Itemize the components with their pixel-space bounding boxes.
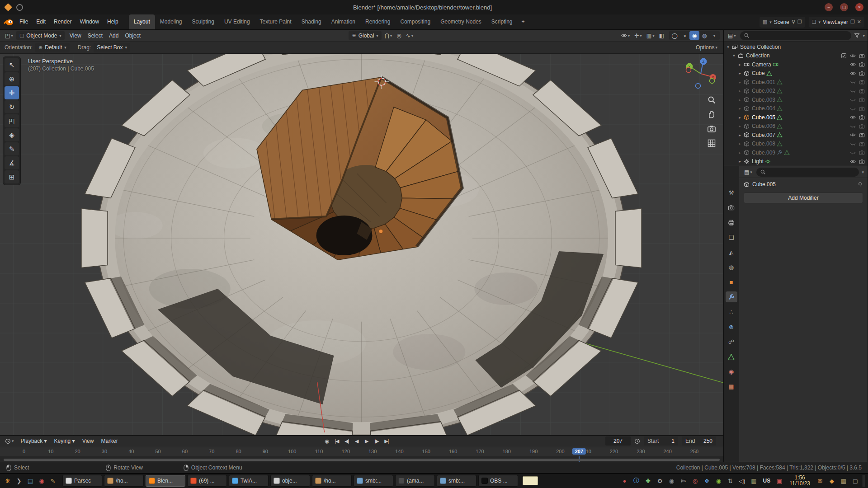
task-button-obs[interactable]: OBS ... [478, 475, 518, 487]
app-orange-tray-icon[interactable]: ◆ [827, 478, 836, 484]
launcher-editor[interactable]: ✎ [48, 476, 58, 486]
workspace-tab-animation[interactable]: Animation [326, 14, 360, 29]
clock[interactable]: 1:5611/10/23 [787, 475, 813, 487]
outliner-row-cube-007[interactable]: ▸Cube.007 [724, 131, 868, 140]
task-button-ama[interactable]: (ama... [395, 475, 435, 487]
disclosure-icon[interactable]: ▸ [737, 80, 742, 84]
timeline-scrub-area[interactable] [0, 456, 723, 462]
properties-tab-modifiers[interactable] [726, 291, 737, 302]
shading-rendered-button[interactable]: ◍ [699, 31, 709, 40]
jump-to-start-button[interactable]: |◀ [332, 436, 341, 446]
security-tray-icon[interactable]: ✚ [644, 478, 653, 484]
disclosure-icon[interactable]: ▸ [737, 89, 742, 93]
tool-transform-button[interactable]: ◈ [5, 128, 19, 141]
workspace-tab-scripting[interactable]: Scripting [486, 14, 518, 29]
zoom-icon[interactable] [707, 95, 716, 104]
record-button[interactable]: ◉ [322, 436, 331, 446]
workspace-tab-shading[interactable]: Shading [297, 14, 326, 29]
workspace-tab-uv-editing[interactable]: UV Editing [219, 14, 255, 29]
workspace-tab-modeling[interactable]: Modeling [155, 14, 187, 29]
properties-tab-physics[interactable]: ⊚ [726, 321, 737, 332]
visibility-toggles[interactable] [850, 114, 865, 120]
menu-window[interactable]: Window [75, 14, 103, 29]
screenshot-tray-icon[interactable]: ✄ [679, 478, 688, 484]
outliner-row-cube[interactable]: ▸Cube [724, 69, 868, 78]
disclosure-icon[interactable]: ▸ [737, 150, 742, 155]
visibility-toggles[interactable] [850, 88, 865, 94]
window-menu-icon[interactable] [16, 4, 23, 11]
viewlayer-browse-icon[interactable]: ❏ [812, 19, 816, 25]
keyboard-layout-indicator[interactable]: US [761, 478, 773, 484]
visibility-toggles[interactable] [850, 106, 865, 112]
properties-tab-data[interactable] [726, 351, 737, 362]
properties-options-dropdown[interactable]: ▾ [862, 170, 864, 174]
add-modifier-button[interactable]: Add Modifier [744, 192, 863, 203]
disclosure-icon[interactable]: ▸ [737, 106, 742, 111]
outliner-row-light[interactable]: ▸Light [724, 157, 868, 166]
outliner-row-cube-001[interactable]: ▸Cube.001 [724, 78, 868, 87]
gizmo-y-neg-axis[interactable] [710, 79, 715, 84]
remove-icon[interactable]: ✕ [857, 19, 861, 25]
properties-tab-particles[interactable]: ∴ [726, 306, 737, 317]
timeline-menu-keying[interactable]: Keying ▾ [51, 438, 79, 444]
alert-tray-icon[interactable]: ▣ [775, 478, 784, 484]
bluetooth-tray-icon[interactable]: ❖ [703, 478, 712, 484]
task-button-twia[interactable]: TwiA... [229, 475, 269, 487]
outliner-row-scene-collection[interactable]: ▾Scene Collection [724, 42, 868, 52]
outliner-row-collection[interactable]: ▾Collection [724, 52, 868, 61]
orientation-setting-dropdown[interactable]: ⊕ Default ▾ [35, 43, 70, 52]
show-desktop-button[interactable] [863, 475, 865, 487]
snap-magnet-icon[interactable]: ⋂▾ [383, 33, 393, 39]
outliner-row-camera[interactable]: ▸Camera [724, 60, 868, 69]
viewport-menu-select[interactable]: Select [85, 33, 106, 39]
properties-tab-tool[interactable]: ⚒ [726, 187, 737, 198]
current-frame-field[interactable]: 207 [605, 436, 631, 446]
menu-file[interactable]: File [15, 14, 32, 29]
shading-material-button[interactable]: ◉ [689, 31, 699, 40]
workspace-tab-layout[interactable]: Layout [129, 14, 155, 29]
filter-icon[interactable] [854, 33, 860, 38]
visibility-toggles[interactable] [841, 53, 865, 59]
steam-tray-icon[interactable]: ◉ [667, 478, 676, 484]
properties-tab-output[interactable] [726, 217, 737, 228]
outliner-search-input[interactable] [740, 31, 852, 40]
launcher-terminal[interactable]: ❯ [14, 476, 24, 486]
options-dropdown[interactable]: Options▾ [694, 44, 719, 51]
settings-tray-icon[interactable]: ⚙ [656, 478, 665, 484]
task-button-obje[interactable]: obje... [270, 475, 310, 487]
mode-dropdown[interactable]: ▢ Object Mode ▾ [16, 31, 65, 40]
camera-view-icon[interactable] [707, 124, 716, 133]
task-button-ho[interactable]: /ho... [104, 475, 144, 487]
frame-end-field[interactable]: End 250 [682, 436, 716, 446]
timeline-scrollbar[interactable] [4, 459, 720, 461]
visibility-toggles[interactable] [850, 79, 865, 85]
properties-tab-texture[interactable]: ▦ [726, 381, 737, 392]
status-badge-tray-icon[interactable]: ● [620, 478, 629, 484]
viewport-3d[interactable]: User Perspective (207) Collection | Cube… [0, 54, 723, 435]
tool-annotate-button[interactable]: ✎ [5, 142, 19, 155]
task-button-69[interactable]: (69) ... [187, 475, 227, 487]
add-workspace-button[interactable]: + [518, 14, 529, 29]
properties-search-input[interactable] [756, 168, 859, 177]
properties-tab-object[interactable]: ■ [726, 277, 737, 287]
properties-tab-world[interactable]: ◍ [726, 262, 737, 272]
visibility-toggles[interactable] [850, 159, 865, 164]
maximize-button[interactable]: ▢ [840, 3, 848, 11]
properties-tab-render[interactable] [726, 202, 737, 213]
info-tray-icon[interactable]: ⓘ [632, 477, 641, 485]
jump-to-end-button[interactable]: ▶| [382, 436, 391, 446]
proportional-editing-icon[interactable]: ◎ [395, 33, 402, 39]
tool-rotate-button[interactable]: ↻ [5, 100, 19, 113]
app-box-tray-icon[interactable]: ▢ [851, 478, 860, 484]
viewport-menu-add[interactable]: Add [106, 33, 122, 39]
navigation-gizmo[interactable]: Y Z X [683, 56, 719, 92]
copy-icon[interactable]: ❐ [797, 19, 802, 25]
visibility-toggles[interactable] [850, 97, 865, 103]
xray-toggle-icon[interactable]: ◧ [658, 33, 665, 39]
pin-icon[interactable]: ⚲ [792, 19, 795, 25]
scene-browse-icon[interactable]: ▦ [763, 19, 767, 25]
disclosure-icon[interactable]: ▸ [737, 98, 742, 102]
ortho-toggle-icon[interactable] [707, 139, 716, 148]
proportional-falloff-icon[interactable]: ∿▾ [405, 33, 415, 39]
outliner-row-cube-009[interactable]: ▸Cube.009 [724, 148, 868, 157]
